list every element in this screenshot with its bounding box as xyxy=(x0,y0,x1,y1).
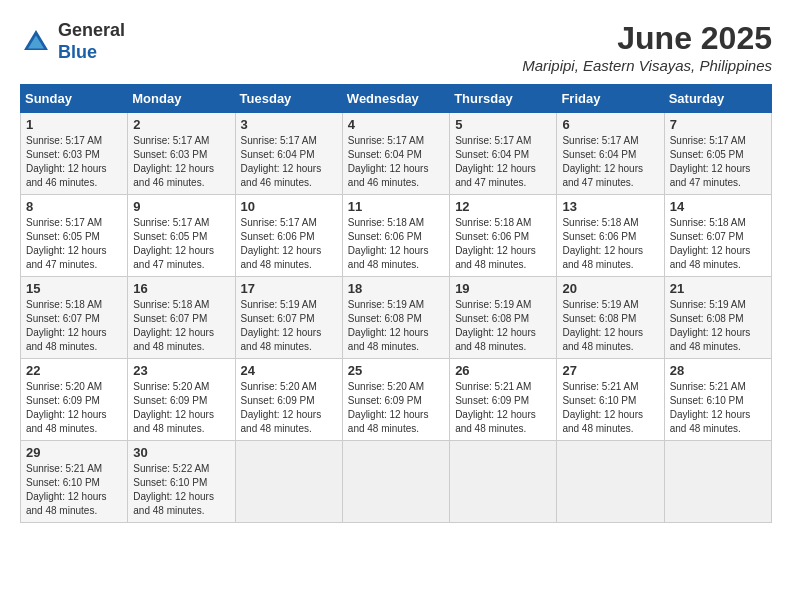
day-number: 27 xyxy=(562,363,658,378)
day-info: Sunrise: 5:17 AMSunset: 6:04 PMDaylight:… xyxy=(455,135,536,188)
day-number: 15 xyxy=(26,281,122,296)
table-row: 2 Sunrise: 5:17 AMSunset: 6:03 PMDayligh… xyxy=(128,113,235,195)
table-row xyxy=(342,441,449,523)
table-row: 9 Sunrise: 5:17 AMSunset: 6:05 PMDayligh… xyxy=(128,195,235,277)
day-number: 21 xyxy=(670,281,766,296)
table-row: 14 Sunrise: 5:18 AMSunset: 6:07 PMDaylig… xyxy=(664,195,771,277)
day-info: Sunrise: 5:18 AMSunset: 6:06 PMDaylight:… xyxy=(562,217,643,270)
table-row xyxy=(557,441,664,523)
table-row: 20 Sunrise: 5:19 AMSunset: 6:08 PMDaylig… xyxy=(557,277,664,359)
table-row: 30 Sunrise: 5:22 AMSunset: 6:10 PMDaylig… xyxy=(128,441,235,523)
day-info: Sunrise: 5:18 AMSunset: 6:06 PMDaylight:… xyxy=(455,217,536,270)
table-row: 1 Sunrise: 5:17 AMSunset: 6:03 PMDayligh… xyxy=(21,113,128,195)
day-number: 25 xyxy=(348,363,444,378)
table-row: 5 Sunrise: 5:17 AMSunset: 6:04 PMDayligh… xyxy=(450,113,557,195)
day-info: Sunrise: 5:17 AMSunset: 6:04 PMDaylight:… xyxy=(562,135,643,188)
day-info: Sunrise: 5:20 AMSunset: 6:09 PMDaylight:… xyxy=(348,381,429,434)
table-row: 8 Sunrise: 5:17 AMSunset: 6:05 PMDayligh… xyxy=(21,195,128,277)
day-number: 3 xyxy=(241,117,337,132)
table-row: 18 Sunrise: 5:19 AMSunset: 6:08 PMDaylig… xyxy=(342,277,449,359)
day-info: Sunrise: 5:21 AMSunset: 6:10 PMDaylight:… xyxy=(670,381,751,434)
day-info: Sunrise: 5:20 AMSunset: 6:09 PMDaylight:… xyxy=(241,381,322,434)
table-row: 28 Sunrise: 5:21 AMSunset: 6:10 PMDaylig… xyxy=(664,359,771,441)
day-number: 20 xyxy=(562,281,658,296)
table-row: 26 Sunrise: 5:21 AMSunset: 6:09 PMDaylig… xyxy=(450,359,557,441)
day-number: 10 xyxy=(241,199,337,214)
day-number: 17 xyxy=(241,281,337,296)
header-thursday: Thursday xyxy=(450,85,557,113)
day-info: Sunrise: 5:21 AMSunset: 6:10 PMDaylight:… xyxy=(562,381,643,434)
logo-general: General xyxy=(58,20,125,40)
day-number: 6 xyxy=(562,117,658,132)
day-info: Sunrise: 5:20 AMSunset: 6:09 PMDaylight:… xyxy=(26,381,107,434)
day-number: 1 xyxy=(26,117,122,132)
day-number: 5 xyxy=(455,117,551,132)
header-friday: Friday xyxy=(557,85,664,113)
table-row: 27 Sunrise: 5:21 AMSunset: 6:10 PMDaylig… xyxy=(557,359,664,441)
day-info: Sunrise: 5:17 AMSunset: 6:04 PMDaylight:… xyxy=(241,135,322,188)
day-info: Sunrise: 5:19 AMSunset: 6:07 PMDaylight:… xyxy=(241,299,322,352)
day-number: 30 xyxy=(133,445,229,460)
day-number: 23 xyxy=(133,363,229,378)
day-info: Sunrise: 5:17 AMSunset: 6:03 PMDaylight:… xyxy=(133,135,214,188)
day-number: 14 xyxy=(670,199,766,214)
day-number: 18 xyxy=(348,281,444,296)
table-row: 15 Sunrise: 5:18 AMSunset: 6:07 PMDaylig… xyxy=(21,277,128,359)
logo-text: General Blue xyxy=(58,20,125,63)
table-row: 24 Sunrise: 5:20 AMSunset: 6:09 PMDaylig… xyxy=(235,359,342,441)
day-info: Sunrise: 5:18 AMSunset: 6:07 PMDaylight:… xyxy=(133,299,214,352)
day-info: Sunrise: 5:17 AMSunset: 6:03 PMDaylight:… xyxy=(26,135,107,188)
day-number: 16 xyxy=(133,281,229,296)
table-row: 23 Sunrise: 5:20 AMSunset: 6:09 PMDaylig… xyxy=(128,359,235,441)
day-info: Sunrise: 5:22 AMSunset: 6:10 PMDaylight:… xyxy=(133,463,214,516)
table-row: 29 Sunrise: 5:21 AMSunset: 6:10 PMDaylig… xyxy=(21,441,128,523)
logo-icon xyxy=(20,26,52,58)
day-number: 22 xyxy=(26,363,122,378)
location: Maripipi, Eastern Visayas, Philippines xyxy=(522,57,772,74)
title-area: June 2025 Maripipi, Eastern Visayas, Phi… xyxy=(522,20,772,74)
day-info: Sunrise: 5:19 AMSunset: 6:08 PMDaylight:… xyxy=(455,299,536,352)
day-number: 4 xyxy=(348,117,444,132)
table-row xyxy=(235,441,342,523)
day-info: Sunrise: 5:18 AMSunset: 6:06 PMDaylight:… xyxy=(348,217,429,270)
logo-blue: Blue xyxy=(58,42,97,62)
header-wednesday: Wednesday xyxy=(342,85,449,113)
day-info: Sunrise: 5:21 AMSunset: 6:09 PMDaylight:… xyxy=(455,381,536,434)
table-row: 11 Sunrise: 5:18 AMSunset: 6:06 PMDaylig… xyxy=(342,195,449,277)
header-saturday: Saturday xyxy=(664,85,771,113)
day-number: 11 xyxy=(348,199,444,214)
day-info: Sunrise: 5:17 AMSunset: 6:04 PMDaylight:… xyxy=(348,135,429,188)
day-number: 8 xyxy=(26,199,122,214)
table-row: 21 Sunrise: 5:19 AMSunset: 6:08 PMDaylig… xyxy=(664,277,771,359)
day-info: Sunrise: 5:19 AMSunset: 6:08 PMDaylight:… xyxy=(562,299,643,352)
day-number: 29 xyxy=(26,445,122,460)
header: General Blue June 2025 Maripipi, Eastern… xyxy=(20,20,772,74)
table-row: 16 Sunrise: 5:18 AMSunset: 6:07 PMDaylig… xyxy=(128,277,235,359)
month-title: June 2025 xyxy=(522,20,772,57)
day-info: Sunrise: 5:17 AMSunset: 6:05 PMDaylight:… xyxy=(670,135,751,188)
day-info: Sunrise: 5:17 AMSunset: 6:05 PMDaylight:… xyxy=(133,217,214,270)
logo: General Blue xyxy=(20,20,125,63)
header-monday: Monday xyxy=(128,85,235,113)
day-info: Sunrise: 5:17 AMSunset: 6:05 PMDaylight:… xyxy=(26,217,107,270)
table-row: 10 Sunrise: 5:17 AMSunset: 6:06 PMDaylig… xyxy=(235,195,342,277)
day-number: 9 xyxy=(133,199,229,214)
day-info: Sunrise: 5:20 AMSunset: 6:09 PMDaylight:… xyxy=(133,381,214,434)
table-row xyxy=(450,441,557,523)
table-row: 7 Sunrise: 5:17 AMSunset: 6:05 PMDayligh… xyxy=(664,113,771,195)
day-number: 24 xyxy=(241,363,337,378)
day-info: Sunrise: 5:19 AMSunset: 6:08 PMDaylight:… xyxy=(670,299,751,352)
day-number: 2 xyxy=(133,117,229,132)
calendar-header-row: Sunday Monday Tuesday Wednesday Thursday… xyxy=(21,85,772,113)
day-number: 26 xyxy=(455,363,551,378)
day-info: Sunrise: 5:18 AMSunset: 6:07 PMDaylight:… xyxy=(670,217,751,270)
table-row: 4 Sunrise: 5:17 AMSunset: 6:04 PMDayligh… xyxy=(342,113,449,195)
table-row: 13 Sunrise: 5:18 AMSunset: 6:06 PMDaylig… xyxy=(557,195,664,277)
day-number: 28 xyxy=(670,363,766,378)
table-row: 25 Sunrise: 5:20 AMSunset: 6:09 PMDaylig… xyxy=(342,359,449,441)
table-row: 3 Sunrise: 5:17 AMSunset: 6:04 PMDayligh… xyxy=(235,113,342,195)
table-row xyxy=(664,441,771,523)
day-info: Sunrise: 5:21 AMSunset: 6:10 PMDaylight:… xyxy=(26,463,107,516)
day-info: Sunrise: 5:17 AMSunset: 6:06 PMDaylight:… xyxy=(241,217,322,270)
table-row: 22 Sunrise: 5:20 AMSunset: 6:09 PMDaylig… xyxy=(21,359,128,441)
